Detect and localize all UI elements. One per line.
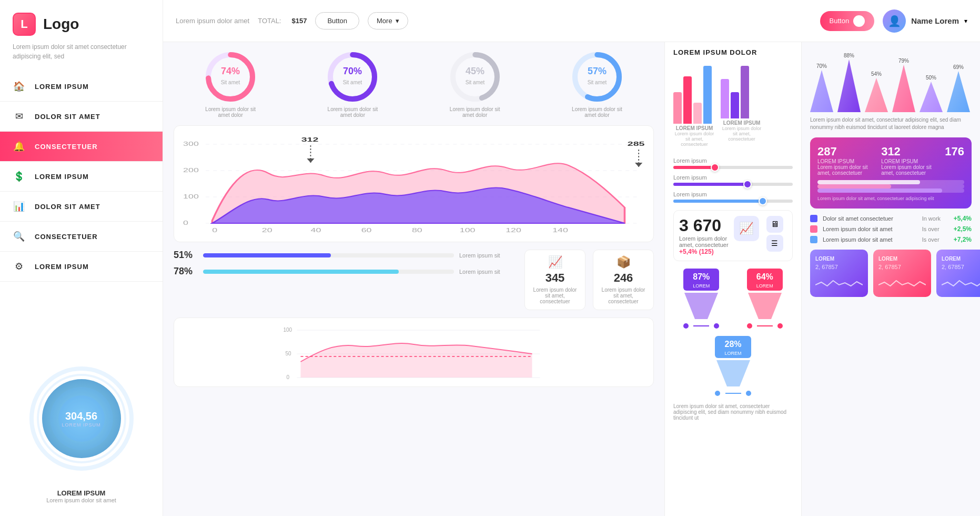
bar-group-sublabel-0: Lorem ipsum dolor sit amet, consectetuer xyxy=(673,131,715,147)
progress-row-1: 78% Lorem ipsum sit xyxy=(174,266,517,277)
sidebar-item-home[interactable]: 🏠 LOREM IPSUM xyxy=(0,72,163,102)
funnel-label-2: LOREM xyxy=(724,351,741,356)
legend-val-0: +5,4% xyxy=(954,215,972,222)
legend-section: Dolor sit amet consectetuer In work +5,4… xyxy=(810,215,972,243)
right-panel: LOREM IPSUM DOLOR LOREM IPSUMLorem ipsum… xyxy=(664,42,801,516)
right-footer-text: Lorem ipsum dolor sit amet, consectetuer… xyxy=(673,403,793,421)
bar-group-sublabel-1: Lorem ipsum dolor sit amet, consectetuer xyxy=(721,126,763,142)
bar-group-label-1: LOREM IPSUM xyxy=(721,120,763,126)
header-toggle-button[interactable]: Button xyxy=(820,11,875,31)
purple-card-stats: 287 LOREM IPSUM Lorem ipsum dolor sit am… xyxy=(817,145,964,201)
progress-pct-1: 78% xyxy=(174,266,198,277)
triangle-pct-3: 79% xyxy=(898,58,909,64)
stat-text-0: Lorem ipsum dolor sit amet, consectetuer xyxy=(531,287,579,304)
progress-bar-wrap-1 xyxy=(203,270,454,274)
slider-fill-2 xyxy=(673,200,763,203)
stat-card-1: 📦 246 Lorem ipsum dolor sit amet, consec… xyxy=(593,250,654,310)
funnel-card-2: 28% LOREM xyxy=(715,336,751,396)
sidebar-chart-label: LOREM IPSUM xyxy=(62,422,100,428)
purple-bar-track-1 xyxy=(817,184,964,188)
monitor-icon: 🖥 xyxy=(766,216,783,233)
donut-row: 74% Sit amet Lorem ipsum dolor sit amet … xyxy=(174,51,654,118)
slider-thumb-1[interactable] xyxy=(743,180,752,188)
sidebar-chart-sub: Lorem ipsum dolor sit amet xyxy=(46,497,116,503)
slider-row-1: Lorem ipsum xyxy=(673,174,793,186)
chart-icon: 📈 xyxy=(734,216,759,241)
topbar: Lorem ipsum dolor amet TOTAL: $157 Butto… xyxy=(163,0,980,42)
legend-text-1: Lorem ipsum dolor sit amet xyxy=(823,226,917,232)
bar-1-2 xyxy=(741,66,749,118)
legend-val-2: +7,2% xyxy=(954,236,972,243)
purple-footer: Lorem ipsum dolor sit amet, consectetuer… xyxy=(817,196,964,201)
triangle-item-4: 50% xyxy=(920,75,943,112)
svg-text:100: 100 xyxy=(284,327,292,333)
funnel-dot-1-0 xyxy=(747,323,752,329)
topbar-more-button[interactable]: More ▾ xyxy=(368,12,408,29)
triangle-pct-0: 70% xyxy=(816,63,827,69)
funnel-card-0: 87% LOREM xyxy=(683,269,719,329)
progress-row-0: 51% Lorem ipsum sit xyxy=(174,250,517,261)
svg-marker-54 xyxy=(716,360,750,386)
sidebar-item-dollar[interactable]: 💲 LOREM IPSUM xyxy=(0,162,163,192)
bar-group-0: LOREM IPSUMLorem ipsum dolor sit amet, c… xyxy=(673,66,715,147)
avatar-chevron-icon: ▾ xyxy=(964,17,967,25)
bars-0 xyxy=(673,66,715,124)
purple-stat-val-0: 287 xyxy=(817,145,873,158)
slider-track-1[interactable] xyxy=(673,183,793,186)
slider-label-1: Lorem ipsum xyxy=(673,174,793,181)
slider-fill-0 xyxy=(673,166,715,169)
bar-0-1 xyxy=(683,76,692,124)
mini-wave-0 xyxy=(815,274,863,293)
svg-text:74%: 74% xyxy=(221,66,240,76)
stat-card-0: 📈 345 Lorem ipsum dolor sit amet, consec… xyxy=(524,250,585,310)
topbar-total-value: $157 xyxy=(291,17,307,25)
funnel-dot-2-1 xyxy=(746,391,751,396)
bar-group-1: LOREM IPSUMLorem ipsum dolor sit amet, c… xyxy=(721,66,763,147)
sidebar-item-gear[interactable]: ⚙ LOREM IPSUM xyxy=(0,252,163,282)
funnel-label-1: LOREM xyxy=(756,283,773,289)
svg-text:285: 285 xyxy=(628,141,645,147)
far-right-panel: 70% 88% 54% xyxy=(801,42,980,516)
mini-stat-card-0: LOREM 2, 67857 xyxy=(810,250,868,297)
stat-number-0: 345 xyxy=(545,271,565,285)
big-stat-growth: +5,4% (125) xyxy=(679,248,729,255)
slider-track-0[interactable] xyxy=(673,166,793,169)
svg-text:140: 140 xyxy=(552,227,568,233)
funnel-dot-1-1 xyxy=(777,323,783,329)
big-stat: 3 670 Lorem ipsum dolor amet, consectetu… xyxy=(673,210,793,261)
sidebar-item-search[interactable]: 🔍 CONSECTETUER xyxy=(0,222,163,252)
svg-marker-59 xyxy=(892,65,915,112)
purple-bar-row-0 xyxy=(817,180,964,184)
svg-text:100: 100 xyxy=(183,194,199,200)
sidebar-item-bell[interactable]: 🔔 CONSECTETUER xyxy=(0,132,163,162)
mini-stat-val-2: 2, 67857 xyxy=(942,264,980,270)
topbar-button[interactable]: Button xyxy=(315,12,359,29)
sidebar-item-label-chart: DOLOR SIT AMET xyxy=(35,203,100,211)
donut-card-2: 45% Sit amet Lorem ipsum dolor sit amet … xyxy=(449,51,501,118)
purple-stat-val-2: 176 xyxy=(945,145,964,158)
sidebar-item-label-mail: DOLOR SIT AMET xyxy=(35,113,100,121)
slider-thumb-2[interactable] xyxy=(759,197,767,205)
svg-text:200: 200 xyxy=(183,167,199,173)
bar-1-1 xyxy=(731,92,739,118)
stat-text-1: Lorem ipsum dolor sit amet, consectetuer xyxy=(600,287,647,304)
svg-marker-56 xyxy=(810,70,833,112)
slider-track-2[interactable] xyxy=(673,200,793,203)
slider-thumb-0[interactable] xyxy=(711,163,719,172)
bars-1 xyxy=(721,66,763,118)
sidebar-item-chart[interactable]: 📊 DOLOR SIT AMET xyxy=(0,192,163,222)
bar-chart-group: LOREM IPSUMLorem ipsum dolor sit amet, c… xyxy=(673,66,793,147)
svg-text:45%: 45% xyxy=(466,66,484,76)
svg-marker-35 xyxy=(635,163,642,167)
progress-pct-0: 51% xyxy=(174,250,198,261)
topbar-total-label: TOTAL: xyxy=(258,17,281,25)
avatar-name: Name Lorem xyxy=(911,16,959,25)
sidebar-item-mail[interactable]: ✉ DOLOR SIT AMET xyxy=(0,102,163,132)
svg-text:0: 0 xyxy=(287,374,290,380)
svg-text:Sit amet: Sit amet xyxy=(343,80,362,85)
chart-icon: 📊 xyxy=(13,200,25,213)
svg-marker-58 xyxy=(865,78,888,112)
bell-icon: 🔔 xyxy=(13,140,25,153)
funnel-pct-1: 64% xyxy=(752,271,777,283)
funnel-row: 87% LOREM 64% LOREM 28% LOREM xyxy=(673,269,793,396)
